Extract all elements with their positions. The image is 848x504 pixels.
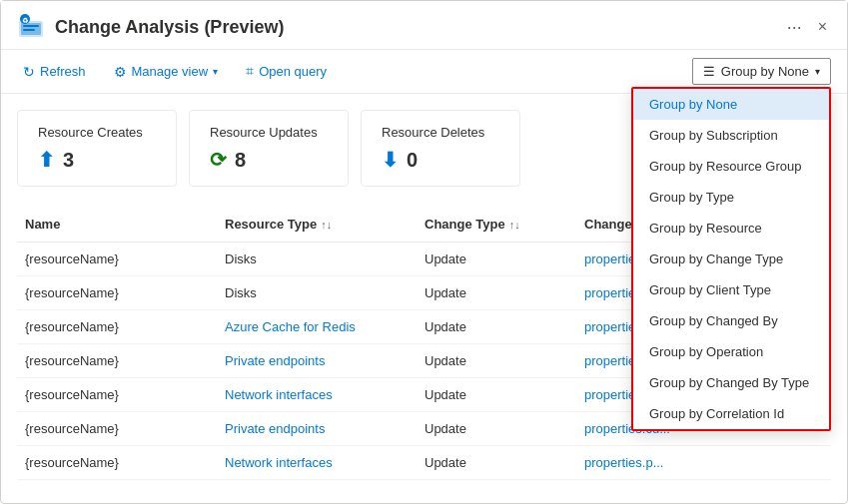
table-row[interactable]: {resourceName} Network interfaces Update… [17,446,831,480]
dropdown-item[interactable]: Group by Type [633,182,829,213]
refresh-label: Refresh [40,64,86,79]
open-query-button[interactable]: ⌗ Open query [240,59,333,84]
cell-changes[interactable]: properties.p... [576,448,831,477]
manage-view-button[interactable]: ⚙ Manage view ▾ [108,60,225,84]
cell-resource-type[interactable]: Azure Cache for Redis [217,312,417,341]
dropdown-item[interactable]: Group by Operation [633,336,829,367]
app-icon: ♻ [17,13,45,41]
dropdown-item[interactable]: Group by Changed By Type [633,367,829,398]
chevron-down-icon: ▾ [213,66,218,77]
more-options-button[interactable]: ··· [787,17,802,38]
manage-view-label: Manage view [132,64,209,79]
cell-change-type: Update [417,312,576,341]
refresh-icon: ↻ [23,64,35,80]
refresh-button[interactable]: ↻ Refresh [17,60,92,84]
stat-card-delete: Resource Deletes ⬇ 0 [361,110,520,187]
dropdown-item[interactable]: Group by Client Type [633,274,829,305]
update-icon: ⟳ [210,148,227,172]
cell-resource-type: Disks [217,245,417,273]
cell-resource-type[interactable]: Private endpoints [217,414,417,443]
cell-resource-type[interactable]: Private endpoints [217,346,417,375]
cell-change-type: Update [417,380,576,409]
dropdown-item[interactable]: Group by Subscription [633,120,829,151]
stat-value: ⬆ 3 [38,148,156,172]
dropdown-item[interactable]: Group by Resource Group [633,151,829,182]
cell-name: {resourceName} [17,380,217,409]
dropdown-item[interactable]: Group by Changed By [633,305,829,336]
cell-name: {resourceName} [17,312,217,341]
group-by-container: ☰ Group by None ▾ Group by NoneGroup by … [692,58,831,85]
stat-title: Resource Deletes [382,125,499,140]
delete-icon: ⬇ [382,148,399,172]
dropdown-item[interactable]: Group by Correlation Id [633,398,829,429]
cell-name: {resourceName} [17,448,217,477]
title-bar: ♻ Change Analysis (Preview) ··· × [1,1,847,50]
toolbar: ↻ Refresh ⚙ Manage view ▾ ⌗ Open query ☰… [1,50,847,94]
cell-name: {resourceName} [17,346,217,375]
list-icon: ☰ [703,64,715,79]
window-title: Change Analysis (Preview) [55,17,787,38]
stat-number: 8 [235,149,246,172]
query-icon: ⌗ [246,63,254,80]
cell-resource-type[interactable]: Network interfaces [217,380,417,409]
cell-name: {resourceName} [17,278,217,307]
close-button[interactable]: × [814,14,831,40]
stat-number: 3 [63,149,74,172]
column-header-name: Name [17,213,217,236]
dropdown-item[interactable]: Group by Change Type [633,244,829,274]
create-icon: ⬆ [38,148,55,172]
stat-title: Resource Updates [210,125,328,140]
cell-resource-type[interactable]: Network interfaces [217,448,417,477]
cell-name: {resourceName} [17,414,217,443]
cell-change-type: Update [417,448,576,477]
group-by-button[interactable]: ☰ Group by None ▾ [692,58,831,85]
dropdown-item[interactable]: Group by Resource [633,213,829,244]
sort-icon: ↑↓ [509,219,520,231]
cell-change-type: Update [417,414,576,443]
stat-card-update: Resource Updates ⟳ 8 [189,110,349,187]
svg-rect-4 [23,25,39,27]
dropdown-item[interactable]: Group by None [633,89,829,120]
svg-text:♻: ♻ [22,17,28,24]
svg-rect-5 [23,29,35,31]
cell-resource-type: Disks [217,278,417,307]
stat-title: Resource Creates [38,125,156,140]
group-by-label: Group by None [721,64,809,79]
column-header-change-type[interactable]: Change Type↑↓ [417,213,576,236]
stat-number: 0 [407,149,418,172]
main-window: ♻ Change Analysis (Preview) ··· × ↻ Refr… [0,0,848,504]
sort-icon: ↑↓ [321,219,332,231]
stat-value: ⟳ 8 [210,148,328,172]
cell-name: {resourceName} [17,245,217,273]
open-query-label: Open query [259,64,327,79]
group-by-dropdown: Group by NoneGroup by SubscriptionGroup … [631,87,831,431]
cell-change-type: Update [417,245,576,273]
stat-card-create: Resource Creates ⬆ 3 [17,110,177,187]
stat-value: ⬇ 0 [382,148,499,172]
chevron-down-icon: ▾ [815,66,820,77]
gear-icon: ⚙ [114,64,127,80]
cell-change-type: Update [417,346,576,375]
cell-change-type: Update [417,278,576,307]
column-header-resource-type[interactable]: Resource Type↑↓ [217,213,417,236]
